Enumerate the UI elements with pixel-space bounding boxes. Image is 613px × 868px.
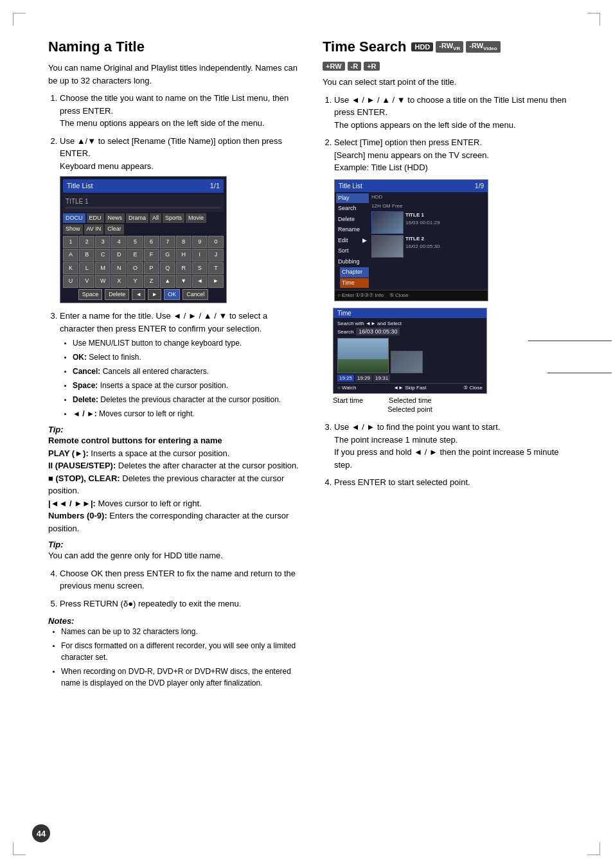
ts-timeline: 19:25 19:29 19:31 bbox=[337, 375, 483, 382]
tl-header-page: 1/9 bbox=[475, 181, 484, 191]
naming-intro: You can name Original and Playlist title… bbox=[48, 62, 303, 87]
kb-key-j[interactable]: J bbox=[208, 249, 224, 261]
kb-key-3[interactable]: 3 bbox=[95, 236, 111, 249]
ts-time-19-31[interactable]: 19:31 bbox=[373, 375, 390, 382]
kb-key-w[interactable]: W bbox=[95, 275, 111, 288]
kb-key-i[interactable]: I bbox=[192, 249, 208, 261]
badge-rw-plus: +RW bbox=[323, 62, 345, 71]
kb-cat-all[interactable]: All bbox=[150, 213, 161, 224]
kb-key-6[interactable]: 6 bbox=[144, 236, 159, 249]
tl-title2-time: 16/02 00:05:30 bbox=[405, 243, 440, 251]
kb-key-d[interactable]: D bbox=[111, 249, 127, 261]
kb-key-b[interactable]: B bbox=[79, 249, 94, 261]
ts-step-1: Use ◄ / ► / ▲ / ▼ to choose a title on t… bbox=[334, 94, 578, 132]
bullet-delete: Delete: Deletes the previous character a… bbox=[73, 394, 303, 405]
kb-btn-left[interactable]: ◄ bbox=[132, 289, 145, 301]
kb-categories: DOCU EDU News Drama All Sports Movie Sho… bbox=[63, 213, 224, 235]
page-number: 44 bbox=[32, 824, 50, 842]
kb-key-sym4[interactable]: ► bbox=[208, 275, 224, 288]
kb-key-r[interactable]: R bbox=[176, 262, 191, 275]
time-search-title: Time Search bbox=[323, 39, 406, 55]
tl-menu-dubbing[interactable]: Dubbing bbox=[336, 257, 369, 267]
tip2-block: Tip: You can add the genre only for HDD … bbox=[48, 540, 303, 562]
kb-key-7[interactable]: 7 bbox=[160, 236, 175, 249]
tl-header-title: Title List bbox=[339, 181, 362, 191]
kb-key-k[interactable]: K bbox=[63, 262, 78, 275]
tl-title1-name: TITLE 1 bbox=[405, 211, 440, 219]
kb-key-9[interactable]: 9 bbox=[192, 236, 208, 249]
kb-btn-cancel[interactable]: Cancel bbox=[182, 289, 208, 301]
naming-step-2: Use ▲/▼ to select [Rename (Title Name)] … bbox=[60, 135, 303, 304]
kb-key-h[interactable]: H bbox=[176, 249, 191, 261]
tl-menu-sort[interactable]: Sort bbox=[336, 246, 369, 256]
tl-content: HDD 12H GM Free TITLE 1 16/03 00:01:29 bbox=[370, 192, 488, 290]
kb-bottom-buttons: Space Delete ◄ ► OK Cancel bbox=[63, 289, 224, 301]
kb-cat-news[interactable]: News bbox=[105, 213, 125, 224]
kb-btn-right[interactable]: ► bbox=[148, 289, 161, 301]
kb-key-l[interactable]: L bbox=[79, 262, 94, 275]
kb-key-u[interactable]: U bbox=[63, 275, 78, 288]
notes-list: Names can be up to 32 characters long. F… bbox=[61, 626, 303, 689]
tl-menu-rename[interactable]: Rename bbox=[336, 225, 369, 235]
ts-time-19-29[interactable]: 19:29 bbox=[355, 375, 372, 382]
kb-key-v[interactable]: V bbox=[79, 275, 94, 288]
kb-key-p[interactable]: P bbox=[144, 262, 159, 275]
kb-key-2[interactable]: 2 bbox=[79, 236, 94, 249]
kb-cat-clear[interactable]: Clear bbox=[105, 224, 124, 235]
tl-title1-time: 16/03 00:01:29 bbox=[405, 219, 440, 227]
kb-key-s[interactable]: S bbox=[192, 262, 208, 275]
tl-menu-delete[interactable]: Delete bbox=[336, 215, 369, 225]
tl-hdd-label: HDD bbox=[371, 193, 486, 201]
tl-menu-search[interactable]: Search bbox=[336, 204, 369, 214]
kb-key-8[interactable]: 8 bbox=[176, 236, 191, 249]
kb-key-c[interactable]: C bbox=[95, 249, 111, 261]
notes-label: Notes: bbox=[48, 616, 303, 626]
kb-row-alpha2: K L M N O P Q R S T bbox=[63, 262, 224, 275]
kb-key-t[interactable]: T bbox=[208, 262, 224, 275]
badge-rwvideo: -RWVideo bbox=[466, 41, 500, 52]
naming-step-1: Choose the title you want to name on the… bbox=[60, 92, 303, 130]
badge-r-plus: +R bbox=[364, 62, 379, 71]
kb-cat-edu[interactable]: EDU bbox=[87, 213, 104, 224]
kb-key-m[interactable]: M bbox=[95, 262, 111, 275]
kb-key-g[interactable]: G bbox=[160, 249, 175, 261]
ts-slider-header: Time bbox=[333, 308, 486, 318]
kb-key-e[interactable]: E bbox=[127, 249, 143, 261]
kb-cat-drama[interactable]: Drama bbox=[126, 213, 148, 224]
tl-menu-edit[interactable]: Edit ▶ bbox=[336, 236, 369, 246]
callout-end-time: End time bbox=[547, 369, 613, 376]
kb-cat-docu[interactable]: DOCU bbox=[63, 213, 85, 224]
kb-cat-movie[interactable]: Movie bbox=[186, 213, 206, 224]
kb-key-4[interactable]: 4 bbox=[111, 236, 127, 249]
kb-btn-delete[interactable]: Delete bbox=[105, 289, 129, 301]
kb-btn-space[interactable]: Space bbox=[78, 289, 103, 301]
kb-key-x[interactable]: X bbox=[111, 275, 127, 288]
kb-key-5[interactable]: 5 bbox=[127, 236, 143, 249]
ts-time-19-25[interactable]: 19:25 bbox=[337, 375, 354, 382]
kb-cat-sports[interactable]: Sports bbox=[163, 213, 184, 224]
kb-cat-show[interactable]: Show bbox=[63, 224, 83, 235]
kb-key-z[interactable]: Z bbox=[144, 275, 159, 288]
kb-key-q[interactable]: Q bbox=[160, 262, 175, 275]
kb-key-o[interactable]: O bbox=[127, 262, 143, 275]
kb-key-0[interactable]: 0 bbox=[208, 236, 224, 249]
ts-footer-skip: ◄► Skip Fast bbox=[393, 385, 426, 391]
kb-cat-avin[interactable]: AV IN bbox=[84, 224, 104, 235]
kb-key-y[interactable]: Y bbox=[127, 275, 143, 288]
kb-key-sym2[interactable]: ▼ bbox=[176, 275, 191, 288]
tl-submenu-chapter[interactable]: Chapter bbox=[340, 267, 369, 278]
ts-screen-labels: Start time Selected time bbox=[333, 396, 578, 404]
tl-title2-name: TITLE 2 bbox=[405, 235, 440, 243]
kb-key-a[interactable]: A bbox=[63, 249, 78, 261]
kb-row-alpha3: U V W X Y Z ▲ ▼ ◄ ► bbox=[63, 275, 224, 288]
kb-title-label: TITLE 1 bbox=[66, 197, 221, 206]
kb-key-1[interactable]: 1 bbox=[63, 236, 78, 249]
kb-key-n[interactable]: N bbox=[111, 262, 127, 275]
tl-menu-play[interactable]: Play bbox=[336, 193, 369, 204]
kb-key-sym1[interactable]: ▲ bbox=[160, 275, 175, 288]
kb-key-f[interactable]: F bbox=[144, 249, 159, 261]
tl-submenu-time[interactable]: Time bbox=[340, 278, 369, 288]
tip1-label: Tip: bbox=[48, 425, 303, 434]
kb-btn-ok[interactable]: OK bbox=[164, 289, 180, 301]
kb-key-sym3[interactable]: ◄ bbox=[192, 275, 208, 288]
